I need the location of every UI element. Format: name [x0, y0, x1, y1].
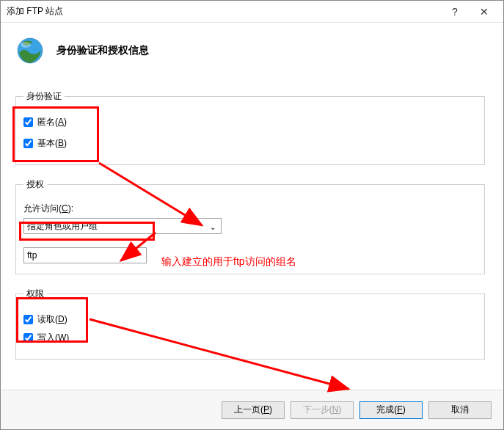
finish-button[interactable]: 完成(F)	[359, 401, 423, 419]
next-button[interactable]: 下一步(N)	[291, 401, 354, 419]
cancel-button[interactable]: 取消	[428, 401, 492, 419]
write-checkbox[interactable]	[23, 333, 33, 343]
basic-label: 基本(B)	[37, 137, 67, 150]
anonymous-label: 匿名(A)	[37, 116, 67, 128]
window-title: 添加 FTP 站点	[7, 5, 440, 18]
dialog-window: 添加 FTP 站点 ? ✕ 身份验证和授权信息 身份验证 匿名(A)	[0, 0, 504, 430]
authz-legend: 授权	[23, 178, 47, 191]
auth-fieldset: 身份验证 匿名(A) 基本(B)	[15, 90, 485, 165]
page-title: 身份验证和授权信息	[56, 44, 149, 57]
auth-legend: 身份验证	[23, 90, 65, 103]
anonymous-checkbox[interactable]	[23, 117, 33, 127]
select-value: 指定角色或用户组	[27, 220, 98, 233]
role-group-input[interactable]	[23, 247, 147, 263]
allow-access-label: 允许访问(C):	[23, 203, 477, 215]
read-checkbox[interactable]	[23, 315, 33, 324]
dialog-header: 身份验证和授权信息	[1, 23, 503, 77]
anonymous-checkbox-row[interactable]: 匿名(A)	[23, 116, 477, 128]
window-controls: ? ✕	[440, 1, 499, 22]
allow-access-select[interactable]: 指定角色或用户组 ⌄	[23, 218, 222, 234]
basic-checkbox-row[interactable]: 基本(B)	[23, 137, 477, 150]
write-checkbox-row[interactable]: 写入(W)	[23, 332, 477, 344]
perm-legend: 权限	[23, 288, 47, 300]
dialog-footer: 上一页(P) 下一步(N) 完成(F) 取消	[1, 390, 503, 429]
chevron-down-icon: ⌄	[207, 221, 219, 233]
read-label: 读取(D)	[37, 313, 67, 326]
dialog-content: 身份验证 匿名(A) 基本(B) 授权 允许访问(C): 指定角色或用户组 ⌄ …	[1, 77, 503, 390]
svg-point-2	[21, 42, 31, 48]
help-button[interactable]: ?	[440, 1, 470, 22]
titlebar: 添加 FTP 站点 ? ✕	[1, 1, 503, 23]
write-label: 写入(W)	[37, 332, 69, 344]
basic-checkbox[interactable]	[23, 139, 33, 148]
authz-fieldset: 授权 允许访问(C): 指定角色或用户组 ⌄	[15, 178, 485, 274]
close-button[interactable]: ✕	[470, 1, 499, 22]
globe-icon	[15, 36, 45, 65]
read-checkbox-row[interactable]: 读取(D)	[23, 313, 477, 326]
previous-button[interactable]: 上一页(P)	[222, 401, 285, 419]
perm-fieldset: 权限 读取(D) 写入(W)	[15, 288, 485, 360]
